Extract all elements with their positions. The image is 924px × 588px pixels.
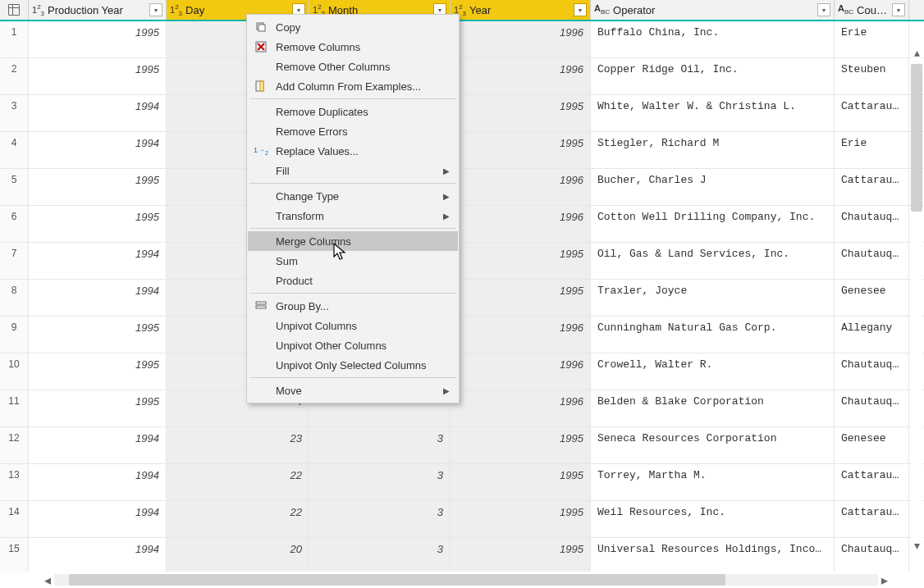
row-number[interactable]: 13	[0, 464, 29, 500]
cell-production_year[interactable]: 1995	[29, 390, 167, 426]
table-row[interactable]: 1019951996Crowell, Walter R.Chautauqua	[0, 353, 924, 390]
cell-day[interactable]: 20	[167, 538, 309, 572]
cell-operator[interactable]: Buffalo China, Inc.	[591, 21, 835, 57]
scroll-right-arrow-icon[interactable]: ▸	[878, 572, 891, 588]
cell-county[interactable]: Chautauqua	[835, 390, 909, 426]
table-row[interactable]: 719941995Oil, Gas & Land Services, Inc.C…	[0, 243, 924, 280]
cell-county[interactable]: Genesee	[835, 427, 909, 463]
cell-operator[interactable]: Bucher, Charles J	[591, 169, 835, 205]
cell-day[interactable]: 23	[167, 427, 309, 463]
cell-production_year[interactable]: 1995	[29, 21, 167, 57]
cell-year[interactable]: 1996	[451, 206, 591, 242]
row-number[interactable]: 2	[0, 58, 29, 94]
row-number[interactable]: 3	[0, 95, 29, 131]
cell-production_year[interactable]: 1994	[29, 464, 167, 500]
cell-county[interactable]: Chautauqua	[835, 538, 909, 572]
column-filter-dropdown-icon[interactable]: ▾	[574, 3, 587, 16]
cell-operator[interactable]: Traxler, Joyce	[591, 280, 835, 316]
menu-item-add-col-ex[interactable]: Add Column From Examples...	[248, 76, 458, 96]
table-row[interactable]: 219951996Copper Ridge Oil, Inc.Steuben	[0, 58, 924, 95]
table-row[interactable]: 519951996Bucher, Charles JCattaraugus	[0, 169, 924, 206]
menu-item-group-by[interactable]: Group By...	[248, 296, 458, 316]
row-number[interactable]: 14	[0, 501, 29, 537]
cell-operator[interactable]: Universal Resources Holdings, Incorp…	[591, 538, 835, 572]
cell-production_year[interactable]: 1995	[29, 317, 167, 353]
table-row[interactable]: 11199541996Belden & Blake CorporationCha…	[0, 390, 924, 427]
row-number[interactable]: 9	[0, 317, 29, 353]
cell-county[interactable]: Erie	[835, 21, 909, 57]
table-row[interactable]: 1319942231995Torrey, Martha M.Cattaraugu…	[0, 464, 924, 501]
cell-year[interactable]: 1996	[451, 21, 591, 57]
cell-county[interactable]: Steuben	[835, 58, 909, 94]
cell-operator[interactable]: White, Walter W. & Christina L.	[591, 95, 835, 131]
horizontal-scroll-thumb[interactable]	[69, 574, 725, 586]
cell-year[interactable]: 1995	[451, 427, 591, 463]
cell-production_year[interactable]: 1994	[29, 538, 167, 572]
table-corner[interactable]	[0, 0, 29, 20]
row-number[interactable]: 5	[0, 169, 29, 205]
cell-year[interactable]: 1996	[451, 353, 591, 390]
menu-item-move[interactable]: Move▶	[248, 381, 458, 400]
table-row[interactable]: 819941995Traxler, JoyceGenesee	[0, 280, 924, 317]
menu-item-remove-dup[interactable]: Remove Duplicates	[248, 102, 458, 121]
table-row[interactable]: 919951996Cunningham Natural Gas Corp.All…	[0, 317, 924, 353]
horizontal-scroll-track[interactable]	[54, 574, 878, 586]
cell-year[interactable]: 1995	[451, 280, 591, 316]
column-filter-dropdown-icon[interactable]: ▾	[149, 3, 162, 16]
cell-production_year[interactable]: 1995	[29, 169, 167, 205]
table-row[interactable]: 1419942231995Weil Resources, Inc.Cattara…	[0, 501, 924, 538]
cell-month[interactable]: 3	[309, 427, 451, 463]
row-number[interactable]: 7	[0, 243, 29, 279]
cell-year[interactable]: 1995	[451, 243, 591, 279]
menu-item-fill[interactable]: Fill▶	[248, 161, 458, 180]
menu-item-unpivot-sel[interactable]: Unpivot Only Selected Columns	[248, 355, 458, 375]
menu-item-product[interactable]: Product	[248, 271, 458, 290]
cell-month[interactable]: 3	[309, 501, 451, 537]
menu-item-sum[interactable]: Sum	[248, 251, 458, 271]
cell-production_year[interactable]: 1994	[29, 243, 167, 279]
cell-year[interactable]: 1995	[451, 132, 591, 168]
menu-item-remove-cols[interactable]: Remove Columns	[248, 37, 458, 57]
cell-production_year[interactable]: 1994	[29, 501, 167, 537]
row-number[interactable]: 4	[0, 132, 29, 168]
cell-operator[interactable]: Cotton Well Drilling Company, Inc.	[591, 206, 835, 242]
menu-item-merge-cols[interactable]: Merge Columns	[248, 231, 458, 251]
cell-production_year[interactable]: 1995	[29, 58, 167, 94]
column-filter-dropdown-icon[interactable]: ▾	[817, 3, 830, 16]
menu-item-change-type[interactable]: Change Type▶	[248, 186, 458, 206]
menu-item-replace-vals[interactable]: 1→2Replace Values...	[248, 141, 458, 161]
cell-operator[interactable]: Copper Ridge Oil, Inc.	[591, 58, 835, 94]
cell-day[interactable]: 22	[167, 464, 309, 500]
row-number[interactable]: 6	[0, 206, 29, 242]
cell-county[interactable]: Chautauqua	[835, 353, 909, 390]
cell-year[interactable]: 1996	[451, 317, 591, 353]
cell-county[interactable]: Erie	[835, 132, 909, 168]
cell-operator[interactable]: Seneca Resources Corporation	[591, 427, 835, 463]
horizontal-scrollbar[interactable]: ◂ ▸	[0, 572, 924, 588]
cell-production_year[interactable]: 1994	[29, 132, 167, 168]
cell-production_year[interactable]: 1994	[29, 280, 167, 316]
cell-production_year[interactable]: 1994	[29, 427, 167, 463]
cell-county[interactable]: Cattaraugus	[835, 95, 909, 131]
cell-year[interactable]: 1995	[451, 464, 591, 500]
table-row[interactable]: 1219942331995Seneca Resources Corporatio…	[0, 427, 924, 464]
cell-operator[interactable]: Weil Resources, Inc.	[591, 501, 835, 537]
column-header-production_year[interactable]: 123Production Year▾	[29, 0, 167, 20]
cell-county[interactable]: Allegany	[835, 317, 909, 353]
scroll-up-arrow-icon[interactable]: ▴	[911, 46, 922, 59]
cell-year[interactable]: 1995	[451, 538, 591, 572]
cell-operator[interactable]: Oil, Gas & Land Services, Inc.	[591, 243, 835, 279]
vertical-scrollbar[interactable]: ▴ ▾	[911, 44, 922, 554]
cell-county[interactable]: Cattaraugus	[835, 501, 909, 537]
table-row[interactable]: 119951996Buffalo China, Inc.Erie	[0, 21, 924, 58]
cell-month[interactable]: 3	[309, 464, 451, 500]
cell-day[interactable]: 22	[167, 501, 309, 537]
menu-item-transform[interactable]: Transform▶	[248, 206, 458, 226]
row-number[interactable]: 8	[0, 280, 29, 316]
cell-operator[interactable]: Cunningham Natural Gas Corp.	[591, 317, 835, 353]
menu-item-copy[interactable]: Copy	[248, 17, 458, 37]
cell-year[interactable]: 1995	[451, 501, 591, 537]
cell-production_year[interactable]: 1995	[29, 353, 167, 390]
row-number[interactable]: 1	[0, 21, 29, 57]
row-number[interactable]: 15	[0, 538, 29, 572]
